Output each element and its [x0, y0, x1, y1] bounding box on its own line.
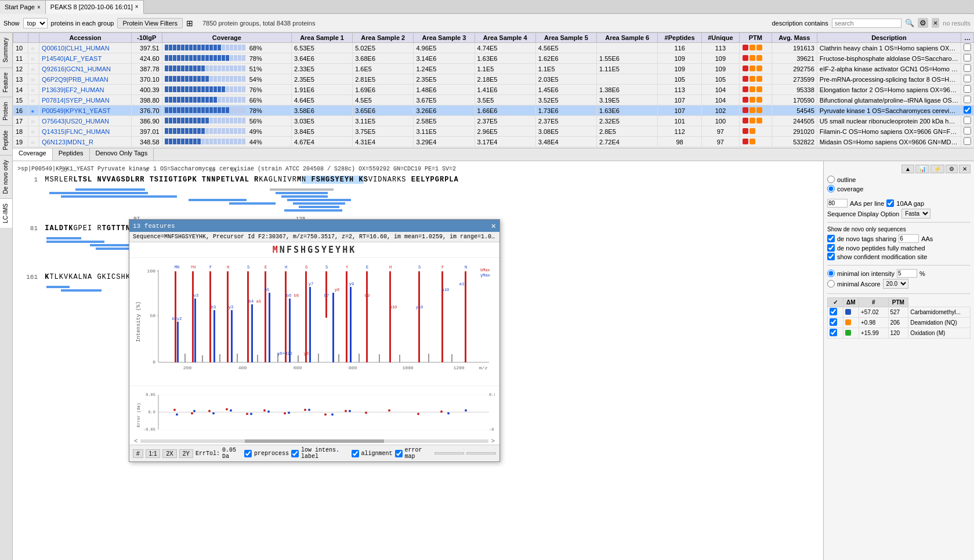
row-checkbox[interactable]: [964, 64, 971, 72]
outline-radio-label[interactable]: outline: [827, 176, 971, 183]
scroll-thumb[interactable]: [245, 439, 384, 443]
cell-check[interactable]: [961, 64, 974, 74]
row-checkbox[interactable]: [964, 96, 971, 103]
col-mass[interactable]: Avg. Mass: [772, 33, 817, 43]
cell-check[interactable]: [961, 53, 974, 64]
col-s4[interactable]: Area Sample 4: [475, 33, 535, 43]
table-row[interactable]: 15 ○ P07814|SYEP_HUMAN 398.80 66% 4.64E5…: [13, 95, 974, 106]
row-checkbox[interactable]: [964, 54, 971, 61]
denovo-matched-check[interactable]: [827, 244, 835, 252]
col-s3[interactable]: Area Sample 3: [414, 33, 475, 43]
ptm-cell-check[interactable]: [828, 318, 843, 328]
col-coverage[interactable]: Coverage: [162, 33, 291, 43]
col-ptm[interactable]: PTM: [739, 33, 772, 43]
spec-extra-btn1[interactable]: [435, 452, 464, 454]
denovo-tags-check[interactable]: [827, 235, 835, 242]
table-row[interactable]: 17 ○ O75643|US20_HUMAN 386.90 56% 3.03E5…: [13, 116, 974, 126]
table-row[interactable]: 14 ○ P13639|EF2_HUMAN 400.39 76% 1.91E6 …: [13, 85, 974, 95]
table-row[interactable]: 18 ○ Q14315|FLNC_HUMAN 397.01 49% 3.84E5…: [13, 126, 974, 137]
min-ascore-radio[interactable]: [827, 280, 835, 288]
cell-check[interactable]: [961, 126, 974, 137]
coverage-radio[interactable]: [827, 185, 835, 192]
search-icon[interactable]: 🔍: [905, 19, 914, 27]
close-icon[interactable]: ×: [37, 4, 41, 10]
gap-checkbox[interactable]: [886, 199, 894, 207]
preprocess-check[interactable]: [244, 450, 252, 457]
row-checkbox[interactable]: [964, 43, 971, 51]
min-ascore-select[interactable]: 20.0: [883, 279, 908, 289]
error-map-check[interactable]: [395, 450, 403, 457]
cell-check[interactable]: [961, 85, 974, 95]
settings-icon[interactable]: ⚙: [918, 18, 928, 28]
table-row[interactable]: 11 ○ P14540|ALF_YEAST 424.60 78% 3.64E6 …: [13, 53, 974, 64]
table-row[interactable]: 10 ○ Q00610|CLH1_HUMAN 397.51 68% 6.53E5…: [13, 43, 974, 53]
spectrum-icon-btn[interactable]: ⚡: [930, 165, 944, 173]
settings2-icon-btn[interactable]: ⚙: [946, 165, 958, 173]
seq-display-select[interactable]: Fasta: [901, 209, 930, 219]
cell-check[interactable]: [961, 95, 974, 106]
col-s1[interactable]: Area Sample 1: [291, 33, 352, 43]
search-input[interactable]: [832, 19, 901, 28]
table-row[interactable]: 13 ○ Q6P2Q9|PRB_HUMAN 370.10 54% 2.35E5 …: [13, 74, 974, 85]
spec-1to1-btn[interactable]: 1:1: [146, 449, 161, 458]
close-icon[interactable]: ×: [932, 18, 940, 28]
sidebar-item-peptide[interactable]: Peptide: [0, 125, 12, 155]
tab-peptides[interactable]: Peptides: [53, 148, 90, 161]
table-row[interactable]: 16 ● P00549|KPYK1_YEAST 376.70 78% 3.58E…: [13, 106, 974, 116]
tab-start-page[interactable]: Start Page ×: [0, 0, 46, 14]
denovo-tags-num[interactable]: [899, 234, 919, 243]
row-checkbox[interactable]: [964, 117, 971, 124]
tab-denovo-tags[interactable]: Denovo Only Tags: [90, 148, 154, 161]
spec-extra-btn2[interactable]: [466, 452, 496, 454]
sidebar-item-denovo[interactable]: De novo only: [0, 155, 12, 198]
cell-check[interactable]: [961, 74, 974, 85]
col-desc[interactable]: Description: [817, 33, 961, 43]
close2-btn[interactable]: ✕: [959, 165, 971, 173]
alignment-check[interactable]: [352, 450, 359, 457]
col-s2[interactable]: Area Sample 2: [353, 33, 414, 43]
spec-hash-btn[interactable]: #: [133, 449, 143, 458]
cell-check[interactable]: [961, 106, 974, 116]
table-row[interactable]: 19 ○ Q6N123|MDN1_R 348.58 44% 4.67E4 4.3…: [13, 137, 974, 147]
chart-icon-btn[interactable]: 📊: [915, 165, 929, 173]
tab-coverage[interactable]: Coverage: [13, 148, 53, 161]
outline-radio[interactable]: [827, 176, 835, 183]
col-peptides[interactable]: #Peptides: [658, 33, 702, 43]
tab-peaks[interactable]: PEAKS 8 [2020-10-06 16:01] ×: [46, 0, 144, 14]
ptm-cell-check[interactable]: [828, 307, 843, 318]
confident-mod-check[interactable]: [827, 253, 835, 260]
sidebar-item-summary[interactable]: Summary: [0, 32, 12, 67]
cell-check[interactable]: [961, 137, 974, 147]
sidebar-item-feature[interactable]: Feature: [0, 67, 12, 97]
low-intens-check[interactable]: [291, 450, 299, 457]
scroll-right-icon[interactable]: >: [491, 438, 495, 445]
coverage-radio-label[interactable]: coverage: [827, 185, 863, 192]
close-icon[interactable]: ×: [135, 3, 139, 10]
scroll-left-icon[interactable]: <: [134, 438, 138, 445]
aas-per-line-input[interactable]: [827, 199, 848, 208]
sidebar-item-protein[interactable]: Protein: [0, 97, 12, 125]
table-row[interactable]: 12 ○ Q92616|GCN1_HUMAN 387.78 51% 2.33E5…: [13, 64, 974, 74]
scroll-up-btn[interactable]: ▲: [901, 165, 914, 173]
row-checkbox[interactable]: [964, 85, 971, 93]
row-checkbox[interactable]: [964, 137, 971, 145]
protein-view-filters-button[interactable]: Protein View Filters: [117, 18, 183, 28]
row-checkbox[interactable]: [964, 127, 971, 134]
top-select[interactable]: top: [23, 18, 48, 28]
spec-2y-btn[interactable]: 2Y: [179, 449, 193, 458]
col-unique[interactable]: #Unique: [701, 33, 739, 43]
ptm-cell-check[interactable]: [828, 328, 843, 339]
sidebar-item-lc[interactable]: LC-IMS: [0, 198, 12, 228]
cell-check[interactable]: [961, 43, 974, 53]
cell-check[interactable]: [961, 116, 974, 126]
col-accession[interactable]: Accession: [39, 33, 132, 43]
min-ion-intensity-input[interactable]: [897, 269, 917, 278]
spec-2x-btn[interactable]: 2X: [162, 449, 176, 458]
min-ion-intensity-radio[interactable]: [827, 270, 835, 277]
col-s6[interactable]: Area Sample 6: [597, 33, 658, 43]
col-score[interactable]: -10lgP: [131, 33, 162, 43]
col-s5[interactable]: Area Sample 5: [535, 33, 596, 43]
row-checkbox[interactable]: [964, 75, 971, 82]
spectrum-close-button[interactable]: ✕: [491, 221, 496, 231]
row-checkbox[interactable]: [964, 106, 971, 114]
